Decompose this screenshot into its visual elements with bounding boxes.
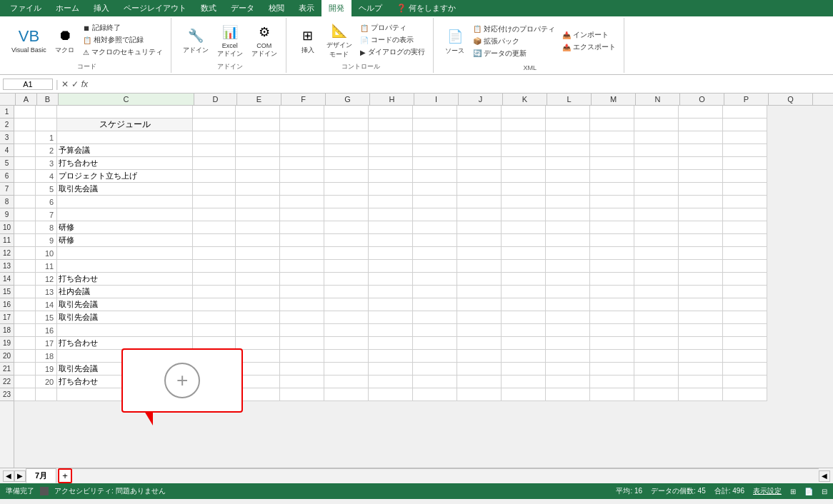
row-num-6[interactable]: 6 bbox=[0, 170, 14, 183]
grid-view-icon[interactable]: ⊞ bbox=[790, 488, 796, 495]
run-dialog-button[interactable]: ▶ ダイアログの実行 bbox=[358, 46, 427, 58]
sheet-tab-july[interactable]: 7月 bbox=[26, 468, 56, 483]
cell-h3[interactable] bbox=[369, 131, 413, 144]
cell-m2[interactable] bbox=[590, 119, 634, 131]
cell-p2[interactable] bbox=[723, 119, 767, 131]
row-num-17[interactable]: 17 bbox=[0, 311, 14, 324]
macro-button[interactable]: ⏺ マクロ bbox=[52, 24, 78, 56]
col-header-d[interactable]: D bbox=[194, 94, 237, 105]
macro-security-button[interactable]: ⚠ マクロのセキュリティ bbox=[81, 46, 165, 58]
cell-b4[interactable]: 2 bbox=[36, 144, 57, 157]
col-header-p[interactable]: P bbox=[724, 94, 769, 105]
col-header-l[interactable]: L bbox=[547, 94, 592, 105]
row-num-5[interactable]: 5 bbox=[0, 157, 14, 170]
cell-g2[interactable] bbox=[324, 119, 369, 131]
row-num-4[interactable]: 4 bbox=[0, 144, 14, 157]
col-header-n[interactable]: N bbox=[636, 94, 680, 105]
cell-k2[interactable] bbox=[502, 119, 546, 131]
tab-insert[interactable]: 挿入 bbox=[86, 0, 116, 16]
cell-c4[interactable]: 予算会議 bbox=[57, 144, 193, 157]
com-addin-button[interactable]: ⚙ COMアドイン bbox=[249, 21, 280, 60]
cell-p1[interactable] bbox=[723, 106, 767, 119]
cell-l2[interactable] bbox=[546, 119, 590, 131]
tab-file[interactable]: ファイル bbox=[3, 0, 49, 16]
export-button[interactable]: 📤 エクスポート bbox=[560, 41, 618, 53]
cell-j1[interactable] bbox=[457, 106, 502, 119]
tab-page-layout[interactable]: ページレイアウト bbox=[116, 0, 194, 16]
refresh-data-button[interactable]: 🔄 データの更新 bbox=[471, 48, 557, 59]
view-code-button[interactable]: 📄 コードの表示 bbox=[358, 34, 427, 46]
cancel-formula-icon[interactable]: ✕ bbox=[61, 79, 69, 89]
h-scroll-left-icon[interactable]: ◀ bbox=[819, 470, 830, 482]
add-sheet-tab-button[interactable]: + bbox=[58, 468, 72, 483]
map-properties-button[interactable]: 📋 対応付けのプロパティ bbox=[471, 24, 557, 35]
col-header-m[interactable]: M bbox=[592, 94, 636, 105]
add-sheet-circle-button[interactable]: + bbox=[164, 363, 200, 398]
sheet-scroll-right-icon[interactable]: ▶ bbox=[14, 470, 26, 482]
cell-c2-header[interactable]: スケジュール bbox=[57, 119, 193, 131]
design-mode-button[interactable]: 📐 デザインモード bbox=[324, 19, 355, 61]
cell-k3[interactable] bbox=[502, 131, 546, 144]
col-header-e[interactable]: E bbox=[237, 94, 281, 105]
tab-developer[interactable]: 開発 bbox=[321, 0, 351, 16]
cell-a1[interactable] bbox=[14, 106, 36, 119]
import-button[interactable]: 📥 インポート bbox=[560, 29, 618, 41]
col-header-b[interactable]: B bbox=[37, 94, 59, 105]
row-num-20[interactable]: 20 bbox=[0, 350, 14, 363]
cell-d3[interactable] bbox=[193, 131, 236, 144]
tab-formulas[interactable]: 数式 bbox=[194, 0, 224, 16]
cell-e3[interactable] bbox=[236, 131, 280, 144]
col-header-h[interactable]: H bbox=[370, 94, 414, 105]
cell-g1[interactable] bbox=[324, 106, 369, 119]
tab-home[interactable]: ホーム bbox=[49, 0, 86, 16]
tab-help[interactable]: ヘルプ bbox=[351, 0, 389, 16]
cell-f1[interactable] bbox=[280, 106, 324, 119]
tab-review[interactable]: 校閲 bbox=[261, 0, 291, 16]
row-num-14[interactable]: 14 bbox=[0, 273, 14, 286]
cell-g3[interactable] bbox=[324, 131, 369, 144]
row-num-10[interactable]: 10 bbox=[0, 221, 14, 234]
col-header-c[interactable]: C bbox=[59, 94, 194, 105]
source-button[interactable]: 📄 ソース bbox=[442, 25, 468, 57]
visual-basic-button[interactable]: VB Visual Basic bbox=[9, 25, 49, 55]
row-num-13[interactable]: 13 bbox=[0, 260, 14, 273]
cell-i3[interactable] bbox=[413, 131, 457, 144]
cell-a4[interactable] bbox=[14, 144, 36, 157]
cell-c1[interactable] bbox=[57, 106, 193, 119]
row-num-2[interactable]: 2 bbox=[0, 119, 14, 131]
row-num-21[interactable]: 21 bbox=[0, 363, 14, 376]
col-header-k[interactable]: K bbox=[503, 94, 547, 105]
excel-addin-button[interactable]: 📊 Excelアドイン bbox=[214, 21, 246, 60]
cell-c3[interactable] bbox=[57, 131, 193, 144]
col-header-j[interactable]: J bbox=[459, 94, 503, 105]
insert-control-button[interactable]: ⊞ 挿入 bbox=[295, 24, 321, 56]
row-num-8[interactable]: 8 bbox=[0, 196, 14, 208]
tab-data[interactable]: データ bbox=[224, 0, 261, 16]
cell-n3[interactable] bbox=[634, 131, 679, 144]
row-num-22[interactable]: 22 bbox=[0, 376, 14, 388]
sheet-scroll-left-icon[interactable]: ◀ bbox=[3, 470, 14, 482]
cell-i1[interactable] bbox=[413, 106, 457, 119]
cell-p3[interactable] bbox=[723, 131, 767, 144]
expansion-pack-button[interactable]: 📦 拡張パック bbox=[471, 36, 557, 47]
row-num-19[interactable]: 19 bbox=[0, 337, 14, 350]
cell-d4[interactable] bbox=[193, 144, 236, 157]
cell-o3[interactable] bbox=[679, 131, 723, 144]
cell-h2[interactable] bbox=[369, 119, 413, 131]
cell-k1[interactable] bbox=[502, 106, 546, 119]
cell-b3[interactable]: 1 bbox=[36, 131, 57, 144]
row-num-16[interactable]: 16 bbox=[0, 298, 14, 311]
view-settings-label[interactable]: 表示設定 bbox=[753, 486, 782, 496]
row-num-18[interactable]: 18 bbox=[0, 324, 14, 337]
record-stop-button[interactable]: ⏹ 記録終了 bbox=[81, 22, 165, 34]
cell-d2[interactable] bbox=[193, 119, 236, 131]
col-header-o[interactable]: O bbox=[680, 94, 724, 105]
cell-m1[interactable] bbox=[590, 106, 634, 119]
confirm-formula-icon[interactable]: ✓ bbox=[71, 79, 79, 89]
cell-m3[interactable] bbox=[590, 131, 634, 144]
cell-d1[interactable] bbox=[193, 106, 236, 119]
cell-a3[interactable] bbox=[14, 131, 36, 144]
cell-f3[interactable] bbox=[280, 131, 324, 144]
row-num-12[interactable]: 12 bbox=[0, 247, 14, 260]
row-num-9[interactable]: 9 bbox=[0, 208, 14, 221]
